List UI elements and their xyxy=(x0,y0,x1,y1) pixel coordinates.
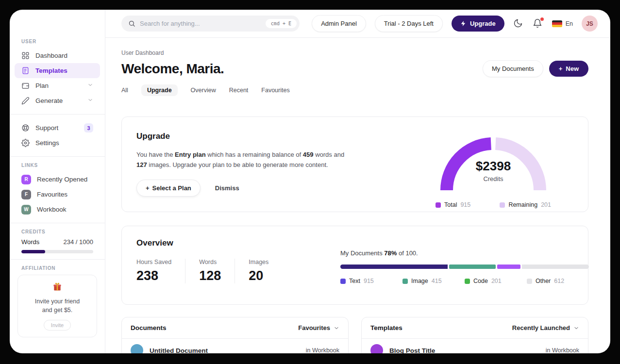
affiliation-text: Invite your friend and get $5. xyxy=(23,297,92,314)
sidebar-link-favourites[interactable]: F Favourites xyxy=(15,187,100,202)
documents-card: Documents Favourites Untitled Document i… xyxy=(121,317,349,353)
invite-button[interactable]: Invite xyxy=(44,320,71,331)
dashboard-grid-icon xyxy=(21,51,30,60)
templates-card-title: Templates xyxy=(370,324,402,331)
legend-swatch xyxy=(500,202,505,208)
topbar: cmd + E Admin Panel Trial - 2 Days Left … xyxy=(105,10,610,38)
link-label: Favourites xyxy=(37,191,67,198)
credits-gauge-chart: $2398 Credits Total 915 Remaining 201 xyxy=(433,132,554,197)
lightning-icon xyxy=(460,20,467,27)
sidebar-item-label: Plan xyxy=(35,82,49,89)
gauge-amount: $2398 xyxy=(433,159,554,174)
upgrade-card-body: You have the Entry plan which has a rema… xyxy=(136,149,350,170)
sidebar-item-templates[interactable]: Templates xyxy=(15,63,100,78)
trial-status-button[interactable]: Trial - 2 Days Left xyxy=(375,15,443,32)
template-avatar xyxy=(370,344,383,353)
link-initial-badge: F xyxy=(21,190,31,199)
dismiss-button[interactable]: Dismiss xyxy=(215,184,239,192)
support-badge: 3 xyxy=(84,123,93,132)
sidebar-item-label: Settings xyxy=(35,139,59,147)
legend-swatch xyxy=(527,279,532,284)
legend-swatch xyxy=(402,279,408,284)
divider xyxy=(10,156,105,157)
document-list-item[interactable]: Untitled Document in Workbook xyxy=(122,339,348,353)
tab-overview[interactable]: Overview xyxy=(191,87,216,94)
stacked-progress-bar xyxy=(340,265,589,269)
sidebar-item-generate[interactable]: Generate xyxy=(15,93,100,108)
search-bar[interactable]: cmd + E xyxy=(121,16,300,32)
app-window: USER Dashboard Templates Plan Generate S… xyxy=(10,10,610,353)
gauge-caption: Credits xyxy=(433,175,554,182)
bar-caption: My Documents 78% of 100. xyxy=(340,249,589,257)
sidebar-item-support[interactable]: Support 3 xyxy=(15,120,100,135)
link-label: Workbook xyxy=(37,206,67,213)
gauge-center-text: $2398 Credits xyxy=(433,159,554,182)
documents-filter-dropdown[interactable]: Favourites xyxy=(298,324,339,331)
overview-title: Overview xyxy=(136,238,340,248)
upgrade-button[interactable]: Upgrade xyxy=(452,16,504,32)
legend-swatch xyxy=(465,279,470,284)
admin-panel-button[interactable]: Admin Panel xyxy=(312,15,366,32)
language-selector[interactable]: En xyxy=(552,20,573,27)
sidebar-link-workbook[interactable]: W Workbook xyxy=(15,202,100,217)
stat-hours-saved: Hours Saved 238 xyxy=(136,259,185,283)
new-button[interactable]: + New xyxy=(549,61,588,77)
language-label: En xyxy=(566,20,573,27)
stat-words: Words 128 xyxy=(185,259,235,283)
documents-card-title: Documents xyxy=(131,324,167,331)
sidebar-item-dashboard[interactable]: Dashboard xyxy=(15,48,100,63)
select-plan-button[interactable]: + Select a Plan xyxy=(136,180,201,197)
legend-code: Code 201 xyxy=(465,278,527,284)
chevron-down-icon xyxy=(334,325,339,331)
dark-mode-toggle[interactable] xyxy=(513,18,524,29)
link-initial-badge: R xyxy=(21,175,31,184)
search-input[interactable] xyxy=(140,20,266,27)
sidebar-item-label: Templates xyxy=(35,67,67,74)
template-location: in Workbook xyxy=(546,347,579,353)
divider xyxy=(10,114,105,115)
german-flag-icon xyxy=(552,20,562,27)
template-list-item[interactable]: Blog Post Title in Workbook xyxy=(362,339,588,353)
tab-all[interactable]: All xyxy=(121,87,128,94)
credits-label: Words xyxy=(21,238,39,246)
tab-recent[interactable]: Recent xyxy=(229,87,249,94)
stat-images: Images 20 xyxy=(235,259,282,283)
credits-progress-track xyxy=(21,250,93,253)
my-documents-button[interactable]: My Documents xyxy=(483,60,543,77)
templates-doc-icon xyxy=(21,66,30,75)
breadcrumb: User Dashboard xyxy=(121,50,588,56)
sidebar-link-recently-opened[interactable]: R Recently Opened xyxy=(15,172,100,187)
page-title: Welcome, Maria. xyxy=(121,61,224,77)
overview-card: Overview Hours Saved 238 Words 128 Image… xyxy=(121,226,588,305)
sidebar-item-label: Dashboard xyxy=(35,52,67,59)
sidebar-section-links: LINKS xyxy=(21,163,105,168)
main-area: cmd + E Admin Panel Trial - 2 Days Left … xyxy=(105,10,610,353)
document-avatar xyxy=(131,344,143,353)
legend-remaining: Remaining 201 xyxy=(500,201,551,208)
notifications-button[interactable] xyxy=(533,18,543,29)
sidebar-item-settings[interactable]: Settings xyxy=(15,135,100,150)
sidebar-section-affiliation: AFFILIATION xyxy=(21,265,105,271)
search-icon xyxy=(128,20,135,27)
sidebar-section-user: USER xyxy=(21,39,105,44)
sidebar: USER Dashboard Templates Plan Generate S… xyxy=(10,10,105,353)
credits-words-row: Words 234 / 1000 xyxy=(21,238,93,246)
keyboard-shortcut-badge: cmd + E xyxy=(266,19,297,28)
chevron-down-icon xyxy=(573,325,579,331)
legend-swatch xyxy=(340,279,346,284)
device-frame: USER Dashboard Templates Plan Generate S… xyxy=(0,0,620,364)
tab-favourites[interactable]: Favourites xyxy=(261,87,289,94)
template-title: Blog Post Title xyxy=(389,347,435,354)
gift-icon xyxy=(52,282,62,292)
templates-filter-dropdown[interactable]: Recently Launched xyxy=(512,324,579,331)
legend-image: Image 415 xyxy=(402,278,465,284)
notification-dot xyxy=(540,17,544,21)
credits-progress-fill xyxy=(21,250,45,253)
legend-text: Text 915 xyxy=(340,278,402,284)
sidebar-item-label: Generate xyxy=(35,97,63,104)
tab-upgrade[interactable]: Upgrade xyxy=(141,84,178,96)
sidebar-item-plan[interactable]: Plan xyxy=(15,78,100,93)
divider xyxy=(10,259,105,260)
legend-other: Other 612 xyxy=(527,278,589,284)
avatar[interactable]: JS xyxy=(582,16,598,32)
